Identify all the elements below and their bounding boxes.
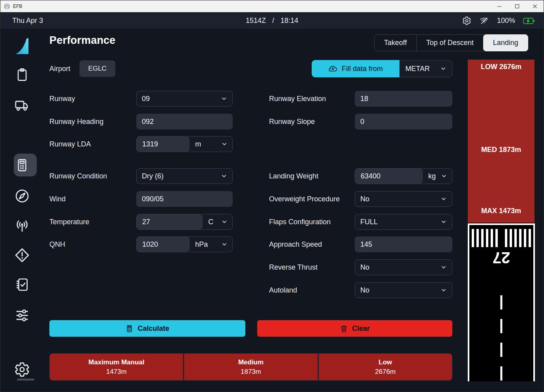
wind-input[interactable] — [136, 191, 233, 207]
fill-data-label: Fill data from — [342, 65, 383, 73]
app-logo — [15, 38, 30, 55]
qnh-control: hPa — [136, 236, 233, 252]
runway-graphic: 27 — [468, 223, 535, 381]
flaps-configuration-value: FULL — [360, 218, 378, 226]
runway-number: 27 — [469, 248, 533, 268]
trash-icon — [340, 324, 348, 333]
temperature-label: Temperature — [49, 214, 89, 230]
result-maximum-manual: Maximum Manual 1473m — [50, 354, 183, 380]
runway-value: 09 — [142, 95, 150, 103]
window-titlebar: EFB — [0, 0, 544, 12]
result-label: Maximum Manual — [88, 358, 145, 366]
battery-charging-icon — [523, 17, 535, 24]
tab-top-of-descent[interactable]: Top of Descent — [417, 35, 484, 51]
landing-weight-label: Landing Weight — [269, 168, 318, 184]
landing-weight-unit-select[interactable]: kg — [423, 169, 452, 184]
clear-button[interactable]: Clear — [257, 320, 452, 337]
sidebar-item-navigation[interactable] — [15, 188, 30, 204]
overweight-procedure-label: Overweight Procedure — [269, 191, 340, 207]
chevron-down-icon — [221, 173, 227, 179]
app-icon — [4, 4, 10, 9]
runway-lda-unit-select[interactable]: m — [190, 137, 232, 152]
runway-condition-label: Runway Condition — [49, 168, 107, 184]
chevron-down-icon — [221, 241, 228, 248]
temperature-input[interactable] — [137, 214, 203, 229]
tab-takeoff[interactable]: Takeoff — [375, 35, 417, 51]
sidebar-item-preferences[interactable] — [14, 308, 30, 323]
close-button[interactable] — [526, 0, 544, 12]
result-low: Low 2676m — [319, 354, 452, 380]
time-separator: / — [272, 17, 274, 25]
calculate-label: Calculate — [137, 324, 169, 333]
approach-speed-label: Approach Speed — [269, 236, 322, 253]
page-title: Performance — [49, 34, 115, 47]
chevron-down-icon — [440, 219, 447, 225]
chevron-down-icon — [440, 66, 446, 72]
runway-lda-input[interactable] — [137, 137, 190, 152]
status-bar: Thu Apr 3 1514Z / 18:14 100% — [0, 13, 544, 29]
chevron-down-icon — [440, 287, 447, 293]
airport-label: Airport — [49, 60, 70, 77]
result-medium: Medium 1873m — [184, 354, 317, 380]
runway-threshold-stripes — [469, 229, 533, 247]
runway-slope-label: Runway Slope — [269, 113, 315, 130]
sidebar-item-checklist[interactable] — [15, 277, 30, 292]
autoland-select[interactable]: No — [355, 282, 452, 298]
chevron-down-icon — [221, 219, 228, 225]
airport-code-button[interactable]: EGLC — [79, 60, 115, 77]
landing-weight-control: kg — [355, 168, 452, 184]
sidebar-item-performance[interactable] — [15, 158, 30, 173]
approach-speed-input[interactable] — [355, 236, 452, 252]
runway-elevation-label: Runway Elevation — [269, 90, 326, 107]
reverse-thrust-select[interactable]: No — [355, 259, 452, 275]
wind-label: Wind — [49, 191, 66, 207]
temperature-unit-select[interactable]: C — [203, 214, 232, 229]
chevron-down-icon — [440, 264, 447, 270]
sidebar-item-flightplan[interactable] — [15, 68, 30, 82]
runway-elevation-input[interactable] — [355, 91, 452, 107]
fill-data-button[interactable]: Fill data from — [312, 60, 399, 77]
runway-lda-control: m — [136, 136, 233, 152]
result-label: Low — [378, 358, 392, 366]
runway-select[interactable]: 09 — [136, 91, 233, 107]
flaps-configuration-label: Flaps Configuration — [269, 214, 331, 230]
utc-time: 1514Z — [246, 17, 266, 25]
chevron-down-icon — [440, 196, 447, 202]
runway-label: Runway — [49, 90, 75, 107]
result-value: 1873m — [241, 368, 261, 376]
sidebar-divider — [17, 379, 34, 381]
tab-landing[interactable]: Landing — [483, 34, 528, 51]
qnh-unit-select[interactable]: hPa — [190, 237, 232, 252]
cloud-download-icon — [328, 64, 337, 73]
sidebar-nav — [0, 29, 44, 392]
landing-weight-input[interactable] — [355, 169, 423, 184]
window-title: EFB — [13, 4, 22, 9]
runway-slope-input[interactable] — [355, 114, 452, 129]
overweight-procedure-value: No — [360, 195, 369, 203]
runway-heading-input[interactable] — [136, 114, 233, 129]
sidebar-item-alerts[interactable] — [14, 247, 30, 263]
fill-source-select[interactable]: METAR — [399, 60, 452, 77]
runway-condition-value: Dry (6) — [142, 172, 164, 180]
qnh-input[interactable] — [137, 237, 190, 252]
status-date: Thu Apr 3 — [12, 17, 43, 25]
calculate-button[interactable]: Calculate — [49, 320, 245, 337]
minimize-button[interactable] — [490, 0, 508, 12]
runway-heading-label: Runway Heading — [49, 113, 104, 130]
runway-lda-label: Runway LDA — [49, 136, 91, 152]
maximize-button[interactable] — [508, 0, 526, 12]
distance-max-label: MAX 1473m — [468, 207, 535, 215]
local-time: 18:14 — [280, 17, 298, 25]
sidebar-item-radio[interactable] — [15, 219, 30, 234]
qnh-unit: hPa — [195, 240, 208, 249]
overweight-procedure-select[interactable]: No — [355, 191, 452, 207]
sidebar-item-settings[interactable] — [14, 362, 30, 377]
distance-med-label: MED 1873m — [468, 146, 535, 154]
calculator-icon — [125, 324, 134, 333]
chevron-down-icon — [441, 173, 447, 179]
runway-condition-select[interactable]: Dry (6) — [136, 168, 233, 184]
flaps-configuration-select[interactable]: FULL — [355, 214, 452, 230]
sidebar-item-ground-services[interactable] — [15, 98, 30, 113]
status-clock: 1514Z / 18:14 — [246, 17, 298, 25]
gear-icon[interactable] — [462, 16, 471, 25]
